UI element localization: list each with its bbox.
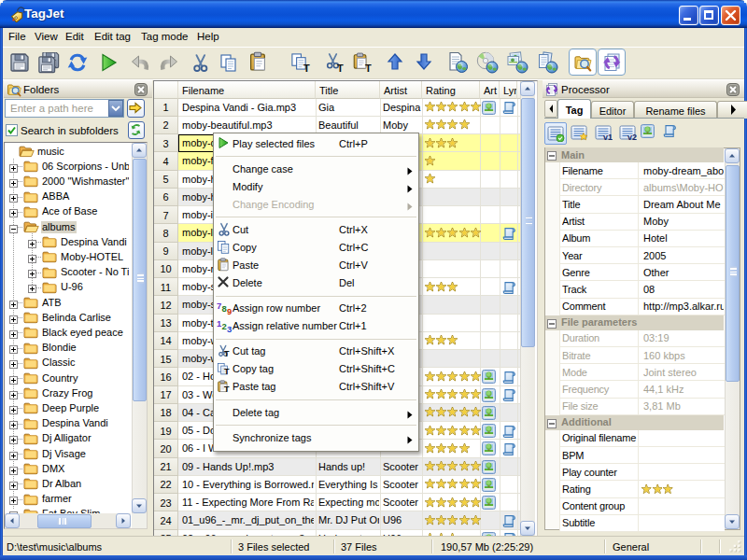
svg-text:9: 9	[227, 306, 232, 316]
svg-text:3: 3	[227, 324, 232, 334]
svg-text:v2: v2	[627, 133, 637, 141]
svg-text:8: 8	[222, 303, 227, 314]
svg-text:v1: v1	[603, 133, 613, 141]
svg-text:T: T	[337, 63, 344, 74]
svg-text:T: T	[224, 367, 230, 376]
svg-text:T: T	[303, 63, 310, 74]
svg-text:7: 7	[217, 301, 221, 311]
svg-text:2: 2	[222, 321, 227, 331]
svg-text:T: T	[224, 349, 230, 358]
svg-text:T: T	[365, 63, 372, 74]
svg-text:T: T	[224, 385, 230, 394]
